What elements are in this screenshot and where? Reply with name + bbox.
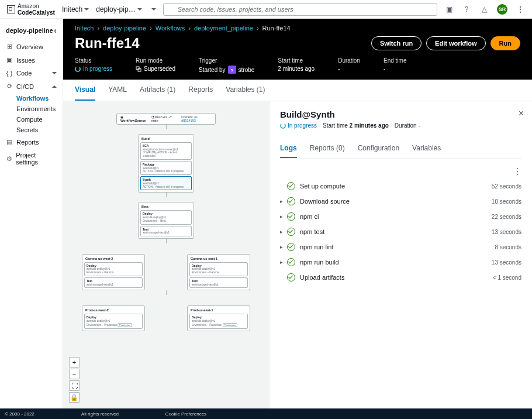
panel-tab-reports[interactable]: Reports (0): [310, 139, 345, 158]
close-panel-button[interactable]: ×: [519, 108, 524, 119]
tab-yaml[interactable]: YAML: [108, 80, 127, 101]
user-avatar[interactable]: SR: [497, 4, 507, 15]
sidebar-item-overview[interactable]: ⊞Overview: [0, 40, 63, 53]
wf-action-deploy[interactable]: Deployaws/cdk-deploy@v1Environment – Pro…: [189, 314, 248, 329]
edit-workflow-button[interactable]: Edit workflow: [426, 36, 486, 50]
search-input[interactable]: [163, 3, 437, 16]
meta-run-mode: Run modeSuperseded: [136, 57, 175, 74]
help-icon[interactable]: ?: [462, 5, 471, 14]
meta-status: StatusIn progress: [75, 57, 112, 74]
tab-reports[interactable]: Reports: [188, 80, 213, 101]
workflow-source-node[interactable]: ◉ WorkflowSource ◔ Push on ⎇ main Commit…: [116, 113, 216, 125]
canvas-area: ◉ WorkflowSource ◔ Push on ⎇ main Commit…: [63, 101, 532, 408]
zoom-in-button[interactable]: +: [69, 357, 80, 368]
tab-artifacts[interactable]: Artifacts (1): [140, 80, 175, 101]
wf-action-synth[interactable]: Synthaws/build@v1ACTION – Action is stil…: [140, 176, 192, 190]
wf-action-deploy[interactable]: Deployaws/cdk-deploy@v1Environment – Bet…: [140, 210, 192, 224]
log-row[interactable]: ▸Download source10 seconds: [280, 194, 521, 209]
meta-start-time: Start time2 minutes ago: [278, 57, 315, 74]
log-row[interactable]: ▸npm test13 seconds: [280, 224, 521, 239]
notifications-icon[interactable]: △: [479, 5, 489, 14]
group-title: Gamma-us-east-1: [189, 256, 248, 261]
log-row[interactable]: ▸npm run build13 seconds: [280, 255, 521, 270]
panel-status-row: In progress Start time 2 minutes ago Dur…: [280, 122, 521, 129]
menu-icon[interactable]: ⋮: [516, 5, 525, 14]
wf-action-package[interactable]: Packageaws/build@v1ACTION – Action is st…: [140, 161, 192, 175]
breadcrumb-item[interactable]: Initech: [75, 25, 94, 32]
sidebar-icon: ⚙: [6, 155, 12, 163]
space-name: Initech: [62, 5, 82, 13]
wf-group-prod-us-west-2[interactable]: Prod-us-west-2Deployaws/cdk-deploy@v1Env…: [82, 305, 145, 331]
sidebar-collapse-icon[interactable]: ‹: [54, 26, 57, 35]
sidebar-label: Project settings: [16, 152, 57, 166]
success-icon: [287, 258, 295, 266]
sidebar-subitem-compute[interactable]: Compute: [16, 114, 63, 125]
panel-tab-variables[interactable]: Variables: [412, 139, 441, 158]
view-tabs: VisualYAMLArtifacts (1)ReportsVariables …: [63, 80, 532, 101]
log-row[interactable]: ▸npm run lint8 seconds: [280, 239, 521, 255]
fit-button[interactable]: ⛶: [69, 380, 80, 391]
breadcrumb-item[interactable]: deploy-pipeline: [103, 25, 146, 32]
breadcrumb-item[interactable]: deployment_pipeline: [194, 25, 253, 32]
tab-variables[interactable]: Variables (1): [226, 80, 265, 101]
breadcrumb-item[interactable]: Workflows: [156, 25, 185, 32]
wf-action-sca[interactable]: SCAaws/github-actions-runner@v1COMPUTE_A…: [140, 142, 192, 160]
log-name: npm run build: [300, 259, 492, 266]
lock-button[interactable]: 🔒: [69, 392, 80, 403]
footer-cookie[interactable]: Cookie Preferences: [165, 411, 206, 417]
sidebar-item-code[interactable]: { }Code: [0, 67, 63, 80]
wf-action-test[interactable]: Testaws/managed-test@v1: [140, 226, 192, 236]
sidebar-label: Reports: [16, 139, 39, 146]
panel-tab-configuration[interactable]: Configuration: [358, 139, 399, 158]
wf-action-deploy[interactable]: Deployaws/cdk-deploy@v1Environment – Gam…: [84, 262, 143, 276]
start-value: 2 minutes ago: [350, 122, 389, 129]
sidebar-label: Code: [16, 70, 32, 77]
build-group[interactable]: Build SCAaws/github-actions-runner@v1COM…: [138, 134, 194, 193]
terminal-icon[interactable]: ▣: [444, 5, 454, 14]
run-header: Initech›deploy-pipeline›Workflows›deploy…: [63, 19, 532, 80]
run-meta: StatusIn progressRun modeSupersededTrigg…: [75, 57, 520, 80]
log-time: 52 seconds: [492, 183, 521, 190]
wf-group-gamma-us-west-2[interactable]: Gamma-us-west-2Deployaws/cdk-deploy@v1En…: [82, 254, 145, 291]
workflow-canvas[interactable]: ◉ WorkflowSource ◔ Push on ⎇ main Commit…: [63, 101, 269, 408]
log-name: Upload artifacts: [300, 274, 493, 281]
wf-action-deploy[interactable]: Deployaws/cdk-deploy@v1Environment – Gam…: [189, 262, 248, 276]
sidebar-item-reports[interactable]: ▤Reports: [0, 135, 63, 149]
panel-tabs: LogsReports (0)ConfigurationVariables: [280, 139, 521, 159]
extra-dropdown[interactable]: [151, 8, 156, 11]
beta-group[interactable]: Beta Deployaws/cdk-deploy@v1Environment …: [138, 202, 194, 239]
wf-action-test[interactable]: Testaws/managed-test@v1: [189, 277, 248, 288]
wf-group-prod-us-east-1[interactable]: Prod-us-east-1Deployaws/cdk-deploy@v1Env…: [187, 305, 250, 331]
topbar-actions: ▣ ? △ SR ⋮: [444, 4, 525, 15]
sidebar-item-project-settings[interactable]: ⚙Project settings: [0, 149, 63, 169]
run-button[interactable]: Run: [490, 36, 520, 50]
panel-tab-logs[interactable]: Logs: [280, 139, 297, 158]
sidebar-subitem-workflows[interactable]: Workflows: [16, 93, 63, 104]
caret-icon: ▸: [280, 214, 287, 219]
zoom-out-button[interactable]: −: [69, 369, 80, 379]
tab-visual[interactable]: Visual: [75, 80, 95, 101]
spinner-icon: [280, 123, 286, 129]
success-icon: [287, 243, 295, 251]
caret-icon: ▸: [280, 259, 287, 265]
sidebar-subitem-secrets[interactable]: Secrets: [16, 125, 63, 135]
wf-action-deploy[interactable]: Deployaws/cdk-deploy@v1Environment – Pro…: [84, 314, 143, 329]
sidebar-label: CI/CD: [16, 83, 34, 90]
footer-copy: © 2008 - 2022: [5, 411, 34, 417]
switch-run-button[interactable]: Switch run: [371, 36, 422, 50]
project-selector[interactable]: deploy-pip…: [96, 5, 141, 13]
log-menu-button[interactable]: ⋯: [513, 167, 522, 176]
success-icon: [287, 212, 295, 221]
space-selector[interactable]: Initech: [62, 5, 89, 13]
group-title: Gamma-us-west-2: [84, 256, 143, 261]
breadcrumb-sep: ›: [97, 25, 99, 32]
log-time: 8 seconds: [495, 244, 521, 250]
sidebar-item-ci-cd[interactable]: ⟳CI/CD: [0, 80, 63, 93]
footer-rights: All rights reserved: [81, 411, 119, 417]
log-row[interactable]: ▸npm ci22 seconds: [280, 209, 521, 224]
sidebar-item-issues[interactable]: ▣Issues: [0, 53, 63, 67]
log-time: 13 seconds: [492, 229, 521, 235]
wf-action-test[interactable]: Testaws/managed-test@v1: [84, 277, 143, 288]
sidebar-subitem-environments[interactable]: Environments: [16, 104, 63, 114]
wf-group-gamma-us-east-1[interactable]: Gamma-us-east-1Deployaws/cdk-deploy@v1En…: [187, 254, 250, 291]
